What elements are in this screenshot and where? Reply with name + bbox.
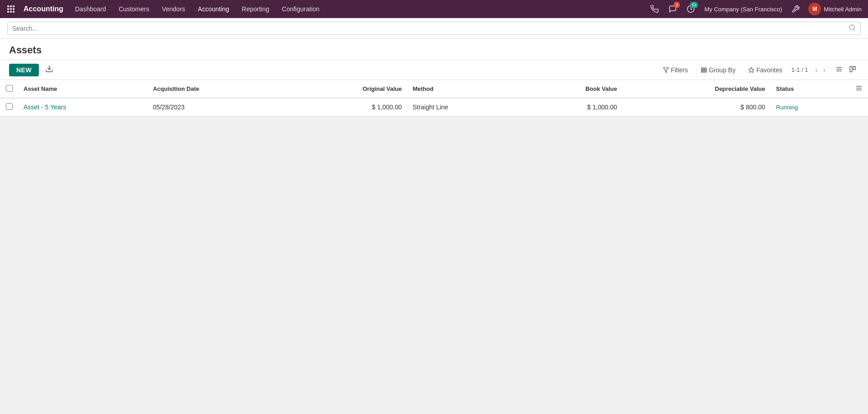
list-view-icon <box>835 66 843 73</box>
nav-item-accounting[interactable]: Accounting <box>192 0 236 18</box>
search-input[interactable] <box>12 25 845 32</box>
settings-icon-btn[interactable] <box>788 1 804 17</box>
favorites-button[interactable]: Favorites <box>745 65 786 75</box>
column-settings-icon <box>855 85 863 92</box>
phone-icon-btn[interactable] <box>646 1 663 17</box>
avatar: M <box>808 3 821 15</box>
content-header: Assets <box>0 39 868 60</box>
svg-rect-6 <box>701 69 707 70</box>
table-container: Asset Name Acquisition Date Original Val… <box>0 80 868 117</box>
col-header-original-value[interactable]: Original Value <box>286 80 407 98</box>
svg-rect-13 <box>853 66 855 70</box>
company-label[interactable]: My Company (San Francisco) <box>701 6 786 13</box>
messages-icon-btn[interactable]: 2 <box>665 1 681 17</box>
table-header-row: Asset Name Acquisition Date Original Val… <box>0 80 868 98</box>
activity-icon-btn[interactable]: 52 <box>683 1 699 17</box>
svg-rect-7 <box>701 71 707 72</box>
filter-icon <box>663 67 669 73</box>
search-icon[interactable] <box>849 24 856 33</box>
user-name: Mitchell Admin <box>824 6 862 13</box>
search-input-wrap <box>7 22 861 35</box>
kanban-view-icon <box>849 66 856 73</box>
svg-point-1 <box>849 25 854 30</box>
table-body: Asset - 5 Years 05/28/2023 $ 1,000.00 St… <box>0 98 868 116</box>
pagination-info: 1-1 / 1 <box>791 66 808 73</box>
row-actions <box>850 98 868 116</box>
prev-page-button[interactable]: ‹ <box>813 65 819 75</box>
list-view-button[interactable] <box>833 64 845 76</box>
main-content-area <box>0 117 868 388</box>
svg-marker-8 <box>749 67 754 72</box>
groupby-label: Group By <box>709 66 736 74</box>
pagination-buttons: ‹ › <box>813 65 827 75</box>
groupby-button[interactable]: Group By <box>697 65 739 75</box>
status-badge: Running <box>776 104 798 111</box>
assets-table: Asset Name Acquisition Date Original Val… <box>0 80 868 116</box>
col-header-acquisition-date[interactable]: Acquisition Date <box>147 80 286 98</box>
brand-label[interactable]: Accounting <box>18 5 69 13</box>
star-icon <box>748 67 755 73</box>
navbar: Accounting Dashboard Customers Vendors A… <box>0 0 868 18</box>
activity-badge: 52 <box>690 2 698 8</box>
row-book-value: $ 1,000.00 <box>519 98 623 116</box>
select-all-checkbox[interactable] <box>6 85 13 92</box>
phone-icon <box>651 5 659 13</box>
svg-line-2 <box>854 29 855 30</box>
select-all-checkbox-header[interactable] <box>0 80 18 98</box>
asset-link[interactable]: Asset - 5 Years <box>24 104 66 111</box>
toolbar-right: Filters Group By Favorites 1-1 / 1 ‹ › <box>659 64 859 76</box>
messages-badge: 2 <box>674 2 680 8</box>
col-header-method[interactable]: Method <box>407 80 519 98</box>
new-button[interactable]: NEW <box>9 64 39 76</box>
row-checkbox-cell[interactable] <box>0 98 18 116</box>
apps-menu-icon[interactable] <box>4 0 18 18</box>
search-bar-area <box>0 18 868 39</box>
download-icon <box>45 65 53 73</box>
user-menu[interactable]: M Mitchell Admin <box>806 3 864 15</box>
nav-item-vendors[interactable]: Vendors <box>156 0 191 18</box>
page-title: Assets <box>9 44 42 56</box>
next-page-button[interactable]: › <box>821 65 827 75</box>
svg-rect-5 <box>701 67 707 68</box>
svg-marker-4 <box>663 67 669 72</box>
toolbar-left: NEW <box>9 63 56 77</box>
col-header-asset-name[interactable]: Asset Name <box>18 80 147 98</box>
groupby-icon <box>701 67 707 73</box>
toolbar: NEW Filters Group By <box>0 60 868 80</box>
download-button[interactable] <box>42 63 56 77</box>
kanban-view-button[interactable] <box>846 64 859 76</box>
filters-label: Filters <box>671 66 688 74</box>
grid-icon <box>7 5 14 13</box>
nav-item-dashboard[interactable]: Dashboard <box>69 0 113 18</box>
col-header-book-value[interactable]: Book Value <box>519 80 623 98</box>
row-original-value: $ 1,000.00 <box>286 98 407 116</box>
nav-item-reporting[interactable]: Reporting <box>236 0 276 18</box>
row-depreciable-value: $ 800.00 <box>623 98 771 116</box>
filters-button[interactable]: Filters <box>659 65 692 75</box>
row-checkbox[interactable] <box>6 103 13 110</box>
row-asset-name: Asset - 5 Years <box>18 98 147 116</box>
row-status: Running <box>771 98 850 116</box>
table-row[interactable]: Asset - 5 Years 05/28/2023 $ 1,000.00 St… <box>0 98 868 116</box>
nav-item-customers[interactable]: Customers <box>113 0 156 18</box>
svg-rect-12 <box>850 66 852 72</box>
tools-icon <box>792 5 800 13</box>
row-acquisition-date: 05/28/2023 <box>147 98 286 116</box>
col-header-status[interactable]: Status <box>771 80 850 98</box>
col-settings-header[interactable] <box>850 80 868 98</box>
row-method: Straight Line <box>407 98 519 116</box>
nav-menu: Dashboard Customers Vendors Accounting R… <box>69 0 646 18</box>
nav-item-configuration[interactable]: Configuration <box>276 0 326 18</box>
view-buttons <box>833 64 859 76</box>
col-header-depreciable-value[interactable]: Depreciable Value <box>623 80 771 98</box>
favorites-label: Favorites <box>756 66 783 74</box>
navbar-right: 2 52 My Company (San Francisco) M Mitche… <box>646 1 864 17</box>
